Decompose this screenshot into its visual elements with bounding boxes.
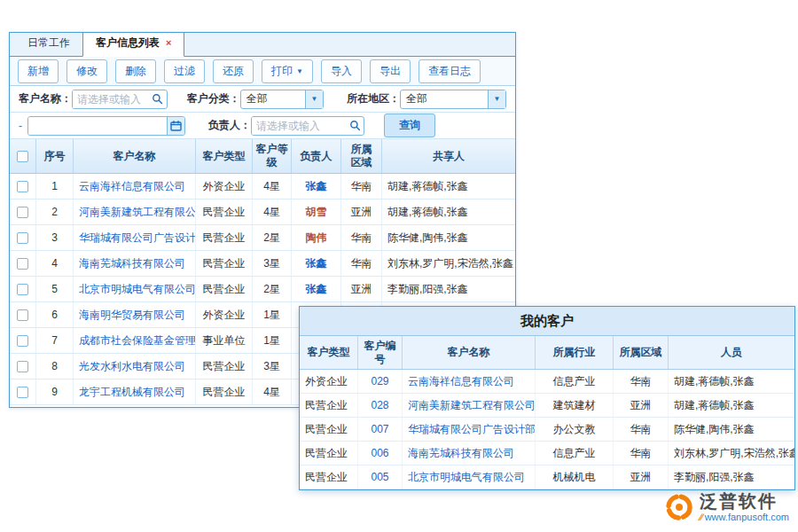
category-select[interactable]: 全部 ▼ <box>240 90 324 109</box>
customer-name-link[interactable]: 北京市明城电气有限公司 <box>408 470 525 485</box>
row-checkbox[interactable] <box>17 284 28 295</box>
col-header-level[interactable]: 客户等 级 <box>253 139 292 173</box>
customer-code-link[interactable]: 028 <box>371 399 388 411</box>
checkbox-cell <box>10 251 36 276</box>
search-icon[interactable] <box>346 117 364 135</box>
list-item: 民营企业028河南美新建筑工程有限公司建筑建材亚洲胡建,蒋德帧,张鑫 <box>300 394 794 418</box>
select-all-checkbox[interactable] <box>17 151 28 162</box>
checkbox-cell <box>10 354 36 379</box>
cell-type: 民营企业 <box>300 418 358 441</box>
owner-input[interactable] <box>252 117 346 135</box>
customer-name-input[interactable] <box>73 90 149 108</box>
list-item: 外资企业029云南海祥信息有限公司信息产业华南胡建,蒋德帧,张鑫 <box>300 370 794 394</box>
add-button[interactable]: 新增 <box>18 59 59 83</box>
row-checkbox[interactable] <box>17 335 28 347</box>
owner-link[interactable]: 张鑫 <box>306 179 327 194</box>
filter-row-2: - 负责人： 查询 <box>10 113 515 139</box>
row-checkbox[interactable] <box>17 181 28 192</box>
checkbox-cell <box>10 328 36 353</box>
cell-no: 3 <box>36 225 74 250</box>
table-row: 5北京市明城电气有限公司民营企业2星张鑫亚洲李勤丽,阳强,张鑫 <box>10 277 515 302</box>
tab-customer-list[interactable]: 客户信息列表 × <box>82 32 184 57</box>
modify-button[interactable]: 修改 <box>66 59 107 83</box>
owner-link[interactable]: 胡雪 <box>306 205 327 220</box>
view-log-button[interactable]: 查看日志 <box>419 59 481 83</box>
col-header-people[interactable]: 人员 <box>669 336 794 369</box>
col-header-code[interactable]: 客户编 号 <box>358 336 403 369</box>
row-checkbox[interactable] <box>17 258 28 270</box>
import-button[interactable]: 导入 <box>321 59 362 83</box>
export-button[interactable]: 导出 <box>370 59 411 83</box>
region-select-value: 全部 <box>401 91 433 106</box>
chevron-down-icon[interactable]: ▼ <box>305 90 323 108</box>
cell-shared: 陈华健,陶伟,张鑫 <box>382 225 515 250</box>
col-header-region[interactable]: 所属区域 <box>614 336 669 369</box>
customer-name-link[interactable]: 云南海祥信息有限公司 <box>79 179 185 194</box>
row-checkbox[interactable] <box>17 361 28 372</box>
col-header-type[interactable]: 客户类型 <box>300 336 358 369</box>
customer-code-link[interactable]: 029 <box>371 375 388 387</box>
customer-code-link[interactable]: 005 <box>371 471 388 483</box>
col-header-type[interactable]: 客户类型 <box>196 139 253 173</box>
customer-name-link[interactable]: 光发水利水电有限公司 <box>79 359 185 374</box>
category-label: 客户分类： <box>187 91 240 106</box>
col-header-no[interactable]: 序号 <box>36 139 74 173</box>
row-checkbox[interactable] <box>17 207 28 218</box>
customer-name-link[interactable]: 河南美新建筑工程有限公司 <box>79 205 196 220</box>
customer-name-link[interactable]: 云南海祥信息有限公司 <box>408 374 514 389</box>
region-select[interactable]: 全部 ▼ <box>400 90 506 109</box>
customer-table-header: 序号 客户名称 客户类型 客户等 级 负责人 所属 区域 共享人 <box>10 139 515 174</box>
cell-people: 李勤丽,阳强,张鑫 <box>669 466 794 489</box>
customer-name-link[interactable]: 河南美新建筑工程有限公司 <box>408 398 536 413</box>
checkbox-cell <box>10 277 36 301</box>
customer-name-link[interactable]: 海南明华贸易有限公司 <box>79 308 185 323</box>
col-header-owner[interactable]: 负责人 <box>292 139 341 173</box>
chevron-down-icon[interactable]: ▼ <box>488 90 505 108</box>
col-header-name[interactable]: 客户名称 <box>74 139 196 173</box>
col-header-name[interactable]: 客户名称 <box>403 336 536 369</box>
customer-name-link[interactable]: 龙宇工程机械有限公司 <box>79 385 185 400</box>
cell-level: 4星 <box>253 174 292 199</box>
customer-name-link[interactable]: 华瑞城有限公司广告设计部 <box>408 422 536 437</box>
cell-region: 亚洲 <box>614 394 669 417</box>
table-row: 1云南海祥信息有限公司外资企业4星张鑫华南胡建,蒋德帧,张鑫 <box>10 174 515 200</box>
my-customers-body: 外资企业029云南海祥信息有限公司信息产业华南胡建,蒋德帧,张鑫民营企业028河… <box>300 370 794 489</box>
customer-name-link[interactable]: 成都市社会保险基金管理... <box>79 333 196 348</box>
owner-link[interactable]: 陶伟 <box>306 231 327 246</box>
col-header-industry[interactable]: 所属行业 <box>536 336 614 369</box>
row-checkbox[interactable] <box>17 232 28 244</box>
restore-button[interactable]: 还原 <box>213 59 254 83</box>
col-header-shared[interactable]: 共享人 <box>382 139 515 173</box>
close-icon[interactable]: × <box>166 38 171 48</box>
col-header-region[interactable]: 所属 区域 <box>341 139 382 173</box>
date-input[interactable] <box>28 117 167 135</box>
cell-type: 外资企业 <box>300 370 358 393</box>
owner-link[interactable]: 张鑫 <box>306 282 327 297</box>
customer-name-link[interactable]: 海南芜城科技有限公司 <box>79 256 185 271</box>
customer-code-link[interactable]: 007 <box>371 423 388 435</box>
cell-type: 外资企业 <box>196 302 253 327</box>
calendar-icon[interactable] <box>167 117 184 135</box>
cell-level: 3星 <box>253 354 292 379</box>
owner-link[interactable]: 张鑫 <box>306 256 327 271</box>
customer-code-link[interactable]: 006 <box>371 447 388 459</box>
row-checkbox[interactable] <box>17 309 28 321</box>
tab-daily-work[interactable]: 日常工作 <box>15 32 82 56</box>
print-button[interactable]: 打印 ▼ <box>262 59 313 83</box>
table-row: 4海南芜城科技有限公司民营企业3星张鑫华南刘东林,罗广明,宋浩然,张鑫 <box>10 251 515 277</box>
query-button[interactable]: 查询 <box>384 113 435 137</box>
customer-name-link[interactable]: 华瑞城有限公司广告设计部 <box>79 231 196 246</box>
cell-level: 1星 <box>253 302 292 327</box>
cell-people: 胡建,蒋德帧,张鑫 <box>669 394 794 417</box>
customer-name-link[interactable]: 北京市明城电气有限公司 <box>79 282 196 297</box>
delete-button[interactable]: 删除 <box>115 59 156 83</box>
date-range-dash: - <box>19 120 22 132</box>
row-checkbox[interactable] <box>17 387 28 398</box>
checkbox-cell <box>10 225 36 250</box>
cell-people: 刘东林,罗广明,宋浩然,张鑫 <box>669 442 794 465</box>
customer-name-link[interactable]: 海南芜城科技有限公司 <box>408 446 514 461</box>
cell-industry: 办公文教 <box>536 418 614 441</box>
filter-button[interactable]: 过滤 <box>164 59 205 83</box>
search-icon[interactable] <box>149 90 167 108</box>
brand-url[interactable]: ∕∕www.fanpusoft.com <box>700 512 789 523</box>
